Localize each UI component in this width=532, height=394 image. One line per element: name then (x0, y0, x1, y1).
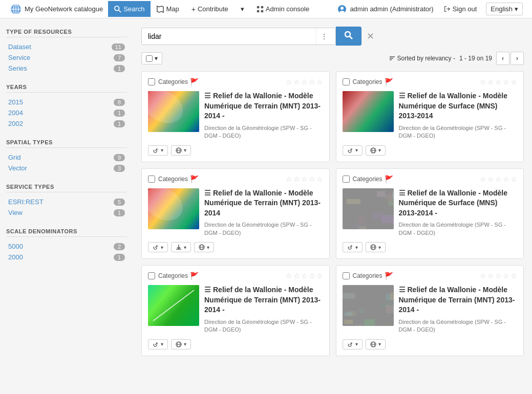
search-options-btn[interactable]: ⋮ (316, 28, 332, 45)
geonetwork-logo-icon (10, 4, 22, 15)
signout-icon (444, 6, 451, 12)
card-checkbox[interactable] (148, 78, 155, 85)
card-header: Categories 🚩 ☆☆☆☆☆ (343, 272, 518, 280)
admin-nav-btn[interactable]: Admin console (250, 1, 315, 17)
card-header: Categories 🚩 ☆☆☆☆☆ (148, 175, 323, 183)
card-title: ☰Relief de la Wallonie - Modèle Numériqu… (204, 188, 323, 218)
card-info: ☰Relief de la Wallonie - Modèle Numériqu… (204, 285, 323, 334)
select-all-checkbox[interactable] (146, 55, 153, 62)
more-button[interactable]: ▾ (171, 145, 191, 156)
svg-rect-9 (257, 10, 259, 12)
card-title: ☰Relief de la Wallonie - Modèle Numériqu… (204, 285, 323, 315)
caret-icon: ▾ (161, 245, 163, 250)
filter-item-label: 5000 (8, 243, 23, 250)
select-all-button[interactable]: ▾ (141, 52, 162, 64)
more-button[interactable]: ▾ (171, 339, 191, 349)
filter-item[interactable]: ESRI:REST 5 (6, 196, 127, 207)
card-org: Direction de la Géométrologie (SPW - SG … (399, 124, 518, 140)
card-actions: ▾ ▾ (148, 339, 323, 349)
language-selector[interactable]: English ▾ (486, 3, 523, 15)
card-org: Direction de la Géométrologie (SPW - SG … (204, 124, 323, 140)
search-clear-button[interactable]: ✕ (361, 31, 379, 42)
card-header: Categories 🚩 ☆☆☆☆☆ (343, 175, 518, 183)
filter-section-title: YEARS (6, 84, 127, 93)
globe-icon (176, 147, 182, 154)
svg-point-4 (115, 6, 119, 10)
search-nav-btn[interactable]: Search (108, 1, 151, 17)
filter-item[interactable]: View 1 (6, 207, 127, 218)
more-button[interactable]: ▾ (366, 145, 386, 156)
more-button[interactable]: ▾ (366, 339, 386, 349)
link-button[interactable]: ▾ (148, 339, 168, 349)
link-icon (153, 341, 159, 347)
card-categories: Categories 🚩 (158, 78, 199, 86)
download-button[interactable]: ▾ (171, 242, 191, 252)
link-button[interactable]: ▾ (343, 339, 363, 349)
flag-icon: 🚩 (385, 78, 393, 86)
card-checkbox[interactable] (343, 272, 350, 279)
logo[interactable]: My GeoNetwork catalogue (5, 4, 108, 15)
card-checkbox[interactable] (148, 176, 155, 183)
link-button[interactable]: ▾ (148, 145, 168, 156)
top-navigation: My GeoNetwork catalogue Search Map + Con… (0, 0, 532, 18)
card-stars: ☆☆☆☆☆ (480, 272, 517, 280)
card-thumbnail (148, 91, 199, 132)
caret-icon: ▾ (355, 147, 358, 153)
card-info: ☰Relief de la Wallonie - Modèle Numériqu… (399, 91, 518, 140)
caret-icon: ▾ (184, 147, 186, 153)
filter-item[interactable]: 2000 1 (6, 252, 127, 262)
next-page-button[interactable]: › (510, 52, 524, 65)
more-button[interactable]: ▾ (366, 242, 386, 252)
caret-icon: ▾ (378, 245, 381, 250)
filter-item-count: 2 (114, 243, 125, 250)
prev-page-button[interactable]: ‹ (496, 52, 509, 65)
card-body: ☰Relief de la Wallonie - Modèle Numériqu… (343, 188, 518, 237)
link-button[interactable]: ▾ (343, 145, 363, 156)
nav-right: admin admin (Administrator) Sign out Eng… (332, 3, 527, 15)
flag-icon: 🚩 (190, 272, 199, 280)
filter-item[interactable]: 2002 1 (6, 118, 127, 129)
search-input[interactable] (142, 28, 316, 45)
contribute-dropdown-btn[interactable]: ▾ (235, 1, 250, 17)
filter-item-count: 5 (114, 199, 125, 206)
filter-item-count: 1 (114, 110, 125, 117)
map-nav-btn[interactable]: Map (151, 1, 185, 17)
filter-item[interactable]: 2004 1 (6, 107, 127, 118)
search-nav-icon (114, 6, 121, 13)
result-card: Categories 🚩 ☆☆☆☆☆ ☰Relief de la Walloni… (141, 71, 330, 162)
sort-icon (389, 55, 395, 61)
link-icon (153, 147, 159, 154)
flag-icon: 🚩 (190, 175, 199, 183)
filter-item[interactable]: Vector 3 (6, 163, 127, 173)
filter-item[interactable]: Dataset 11 (6, 41, 127, 52)
svg-point-13 (339, 11, 345, 14)
filter-item[interactable]: 2015 8 (6, 97, 127, 107)
more-button[interactable]: ▾ (194, 242, 214, 252)
card-thumbnail (343, 188, 394, 229)
sort-control[interactable]: Sorted by relevancy - (389, 55, 455, 62)
chevron-down-icon: ▾ (515, 5, 518, 13)
filter-item[interactable]: Series 1 (6, 63, 127, 74)
card-info: ☰Relief de la Wallonie - Modèle Numériqu… (204, 188, 323, 237)
stack-icon: ☰ (399, 92, 406, 100)
filter-item[interactable]: Service 7 (6, 52, 127, 63)
caret-icon: ▾ (207, 245, 209, 250)
card-info: ☰Relief de la Wallonie - Modèle Numériqu… (204, 91, 323, 140)
search-go-icon (345, 31, 353, 39)
card-checkbox[interactable] (343, 78, 350, 85)
filter-section-title: SCALE DENOMINATORS (6, 228, 127, 237)
filter-item-label: ESRI:REST (8, 198, 44, 206)
search-go-button[interactable] (336, 27, 361, 46)
filter-item[interactable]: Grid 9 (6, 152, 127, 163)
link-button[interactable]: ▾ (148, 242, 168, 252)
filter-item[interactable]: 5000 2 (6, 241, 127, 252)
card-header: Categories 🚩 ☆☆☆☆☆ (148, 78, 323, 86)
card-checkbox[interactable] (343, 176, 350, 183)
card-thumbnail (343, 285, 394, 326)
card-checkbox[interactable] (148, 272, 155, 279)
map-nav-icon (157, 6, 164, 13)
sign-out-btn[interactable]: Sign out (439, 5, 482, 13)
link-button[interactable]: ▾ (343, 242, 363, 252)
contribute-nav-btn[interactable]: + Contribute (185, 1, 235, 17)
filter-item-count: 8 (114, 99, 125, 106)
